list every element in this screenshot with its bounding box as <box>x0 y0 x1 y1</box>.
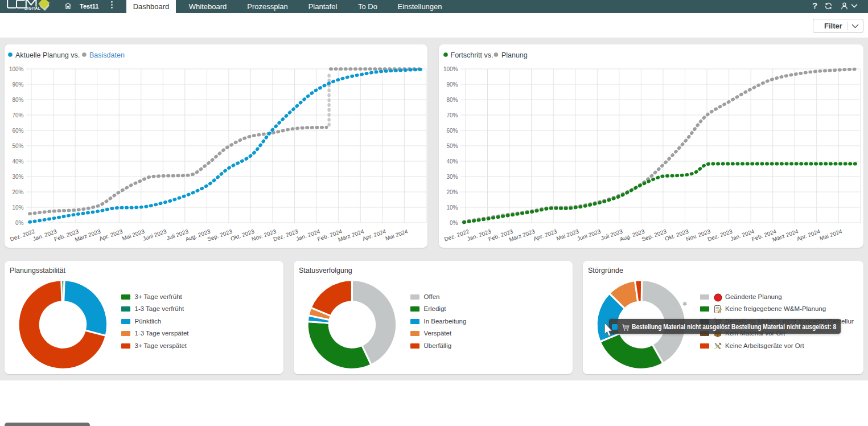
svg-text:20%: 20% <box>446 189 458 195</box>
svg-text:40%: 40% <box>12 158 23 165</box>
svg-text:Apr. 2024: Apr. 2024 <box>796 228 821 241</box>
svg-text:40%: 40% <box>446 158 458 165</box>
svg-text:0%: 0% <box>15 220 24 226</box>
svg-text:Apr. 2023: Apr. 2023 <box>98 228 124 241</box>
svg-text:30%: 30% <box>446 174 458 180</box>
svg-text:DIGITAL: DIGITAL <box>24 6 40 10</box>
svg-text:0%: 0% <box>450 220 458 226</box>
svg-text:10%: 10% <box>12 204 23 211</box>
svg-text:Dez. 2022: Dez. 2022 <box>443 228 470 242</box>
svg-text:Aktuelle Planung vs.: Aktuelle Planung vs. <box>15 51 80 59</box>
svg-text:10%: 10% <box>446 204 458 211</box>
svg-text:80%: 80% <box>446 97 458 103</box>
svg-text:20%: 20% <box>12 189 23 195</box>
svg-text:Fortschritt vs.: Fortschritt vs. <box>451 51 493 59</box>
svg-text:Mai 2024: Mai 2024 <box>384 228 409 241</box>
svg-text:90%: 90% <box>446 81 458 88</box>
svg-text:Basisdaten: Basisdaten <box>89 51 125 59</box>
svg-text:Juni 2023: Juni 2023 <box>142 228 167 242</box>
svg-text:50%: 50% <box>446 143 458 149</box>
svg-text:Apr. 2024: Apr. 2024 <box>361 228 386 241</box>
svg-text:Apr. 2023: Apr. 2023 <box>533 228 558 241</box>
svg-text:70%: 70% <box>12 112 23 118</box>
svg-text:90%: 90% <box>12 81 23 88</box>
svg-text:50%: 50% <box>12 143 23 149</box>
svg-text:Mai 2023: Mai 2023 <box>556 228 580 241</box>
svg-text:Sep. 2023: Sep. 2023 <box>641 228 668 242</box>
svg-text:Dez. 2023: Dez. 2023 <box>707 228 734 242</box>
svg-text:30%: 30% <box>12 174 23 180</box>
svg-text:Dez. 2022: Dez. 2022 <box>9 228 36 242</box>
svg-text:60%: 60% <box>446 128 458 134</box>
svg-text:60%: 60% <box>12 128 23 134</box>
svg-text:100%: 100% <box>9 66 24 72</box>
svg-text:100%: 100% <box>443 66 458 72</box>
svg-text:80%: 80% <box>12 97 23 103</box>
svg-text:Juni 2023: Juni 2023 <box>576 228 602 242</box>
svg-text:70%: 70% <box>446 112 458 118</box>
svg-text:Dez. 2023: Dez. 2023 <box>273 228 299 242</box>
svg-text:Mai 2023: Mai 2023 <box>121 228 146 241</box>
svg-text:Sep. 2023: Sep. 2023 <box>207 228 233 242</box>
svg-text:Mai 2024: Mai 2024 <box>818 228 843 241</box>
svg-text:Planung: Planung <box>501 51 528 59</box>
